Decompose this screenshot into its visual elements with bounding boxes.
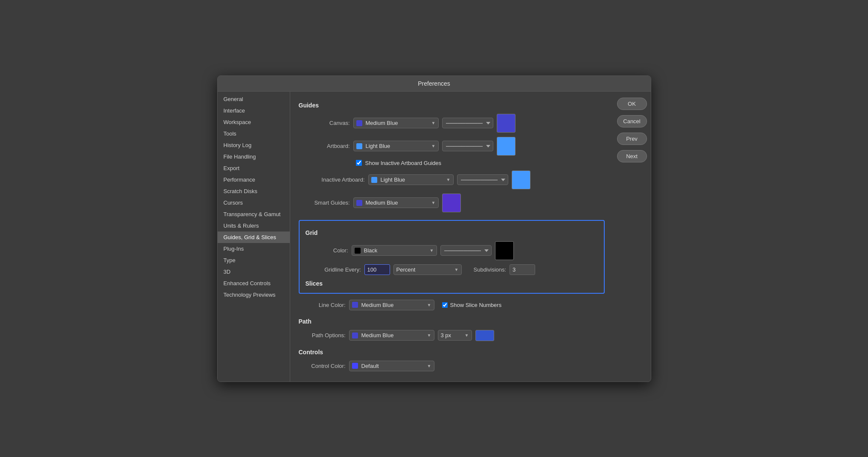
- controls-section: Controls Control Color: Default Medium B…: [299, 349, 605, 371]
- smart-swatch-button[interactable]: [442, 194, 461, 212]
- grid-opacity-select[interactable]: ──────────────: [440, 245, 492, 256]
- dialog-title: Preferences: [418, 80, 450, 87]
- gridline-row: Gridline Every: Percent Pixels Inches ▼ …: [306, 264, 598, 275]
- dialog-body: GeneralInterfaceWorkspaceToolsHistory Lo…: [218, 92, 651, 382]
- path-size-chevron-icon: ▼: [465, 333, 469, 338]
- artboard-label: Artboard:: [299, 143, 350, 149]
- line-color-dropdown[interactable]: Medium Blue Light Blue Black ▼: [349, 300, 434, 310]
- smart-color-select[interactable]: Medium Blue Light Blue Black: [366, 200, 405, 206]
- sidebar-item-enhanced-controls[interactable]: Enhanced Controls: [218, 278, 290, 289]
- line-color-dot: [352, 302, 358, 308]
- sidebar-item-tools[interactable]: Tools: [218, 128, 290, 139]
- sidebar-item-scratch-disks[interactable]: Scratch Disks: [218, 185, 290, 197]
- canvas-color-dropdown[interactable]: Medium Blue Light Blue Black Custom ▼: [353, 118, 439, 128]
- show-slice-numbers-checkbox[interactable]: [442, 302, 448, 308]
- sidebar-item-cursors[interactable]: Cursors: [218, 197, 290, 208]
- grid-chevron-icon: ▼: [430, 248, 434, 253]
- gridline-unit-select[interactable]: Percent Pixels Inches: [396, 266, 456, 273]
- sidebar-item-history-log[interactable]: History Log: [218, 139, 290, 151]
- inactive-chevron-icon: ▼: [446, 177, 451, 182]
- canvas-color-dot: [356, 120, 362, 126]
- sidebar-item-interface[interactable]: Interface: [218, 105, 290, 116]
- grid-swatch-button[interactable]: [495, 241, 514, 260]
- sidebar-item-export[interactable]: Export: [218, 162, 290, 174]
- artboard-color-dropdown[interactable]: Light Blue Medium Blue Black ▼: [353, 141, 439, 151]
- line-color-chevron-icon: ▼: [427, 303, 431, 307]
- smart-color-dot: [356, 200, 362, 206]
- control-color-select[interactable]: Default Medium Blue Light Blue: [361, 363, 401, 369]
- path-section: Path Path Options: Medium Blue Light Blu…: [299, 318, 605, 341]
- artboard-color-select[interactable]: Light Blue Medium Blue Black: [366, 143, 405, 149]
- path-size-select[interactable]: 3 px 1 px 2 px: [441, 332, 458, 338]
- controls-header: Controls: [299, 349, 605, 356]
- sidebar-item-technology-previews[interactable]: Technology Previews: [218, 289, 290, 301]
- control-color-dropdown[interactable]: Default Medium Blue Light Blue ▼: [349, 361, 434, 371]
- prev-button[interactable]: Prev: [617, 133, 647, 145]
- canvas-swatch-button[interactable]: [497, 114, 516, 133]
- artboard-color-dot: [356, 143, 362, 149]
- smart-guides-dropdown[interactable]: Medium Blue Light Blue Black ▼: [353, 197, 439, 208]
- show-slice-numbers-row: Show Slice Numbers: [442, 302, 502, 308]
- next-button[interactable]: Next: [617, 150, 647, 162]
- path-color-dropdown[interactable]: Medium Blue Light Blue Black ▼: [349, 330, 434, 341]
- path-chevron-icon: ▼: [427, 333, 431, 338]
- ok-button[interactable]: OK: [617, 98, 647, 110]
- inactive-color-dropdown[interactable]: Light Blue Medium Blue Black ▼: [368, 174, 454, 185]
- canvas-color-select[interactable]: Medium Blue Light Blue Black Custom: [366, 120, 405, 126]
- smart-chevron-icon: ▼: [431, 200, 436, 205]
- canvas-label: Canvas:: [299, 120, 350, 126]
- canvas-chevron-icon: ▼: [431, 121, 436, 125]
- inactive-opacity-select[interactable]: ──────────────: [457, 174, 508, 185]
- sidebar: GeneralInterfaceWorkspaceToolsHistory Lo…: [218, 92, 290, 382]
- path-size-dropdown[interactable]: 3 px 1 px 2 px ▼: [438, 330, 472, 341]
- grid-color-dot: [355, 248, 361, 254]
- inactive-color-select[interactable]: Light Blue Medium Blue Black: [381, 176, 420, 183]
- canvas-opacity-select[interactable]: ──────────────: [442, 118, 493, 128]
- grid-color-dropdown[interactable]: Black Medium Blue Light Blue ▼: [352, 245, 437, 256]
- control-color-dot: [352, 363, 358, 369]
- slices-header: Slices: [306, 280, 598, 287]
- sidebar-item-plug-ins[interactable]: Plug-Ins: [218, 243, 290, 255]
- show-inactive-checkbox[interactable]: [356, 160, 362, 166]
- grid-section-highlighted: Grid Color: Black Medium Blue Light Blue…: [299, 220, 605, 294]
- sidebar-item-performance[interactable]: Performance: [218, 174, 290, 185]
- inactive-color-dot: [371, 177, 377, 183]
- control-color-row: Control Color: Default Medium Blue Light…: [299, 361, 605, 371]
- sidebar-item-transparency-gamut[interactable]: Transparency & Gamut: [218, 208, 290, 220]
- gridline-label: Gridline Every:: [306, 266, 361, 273]
- sidebar-item-3d[interactable]: 3D: [218, 266, 290, 278]
- smart-guides-label: Smart Guides:: [299, 200, 350, 206]
- show-inactive-label: Show Inactive Artboard Guides: [365, 160, 442, 166]
- path-options-label: Path Options:: [299, 332, 346, 338]
- line-color-select[interactable]: Medium Blue Light Blue Black: [361, 302, 401, 308]
- gridline-unit-dropdown[interactable]: Percent Pixels Inches ▼: [393, 264, 462, 275]
- path-color-select[interactable]: Medium Blue Light Blue Black: [361, 332, 401, 338]
- sidebar-item-type[interactable]: Type: [218, 255, 290, 266]
- path-options-row: Path Options: Medium Blue Light Blue Bla…: [299, 330, 605, 341]
- control-chevron-icon: ▼: [427, 364, 431, 368]
- show-slice-numbers-label: Show Slice Numbers: [450, 302, 502, 308]
- artboard-chevron-icon: ▼: [431, 144, 436, 148]
- sidebar-item-workspace[interactable]: Workspace: [218, 116, 290, 128]
- sidebar-item-general[interactable]: General: [218, 93, 290, 105]
- grid-color-row: Color: Black Medium Blue Light Blue ▼ ──…: [306, 241, 598, 260]
- cancel-button[interactable]: Cancel: [617, 115, 647, 127]
- sidebar-item-guides-grid-slices[interactable]: Guides, Grid & Slices: [218, 231, 290, 243]
- grid-color-select[interactable]: Black Medium Blue Light Blue: [364, 247, 403, 254]
- inactive-swatch-button[interactable]: [512, 171, 530, 189]
- path-header: Path: [299, 318, 605, 325]
- guides-header: Guides: [299, 102, 605, 109]
- artboard-opacity-select[interactable]: ──────────────: [442, 141, 493, 151]
- path-swatch-button[interactable]: [475, 330, 494, 341]
- guides-section: Guides Canvas: Medium Blue Light Blue Bl…: [299, 102, 605, 212]
- subdivisions-label: Subdivisions:: [474, 266, 507, 273]
- sidebar-item-file-handling[interactable]: File Handling: [218, 151, 290, 162]
- artboard-swatch-button[interactable]: [497, 137, 516, 156]
- sidebar-item-units-rulers[interactable]: Units & Rulers: [218, 220, 290, 231]
- subdivisions-input[interactable]: [510, 264, 535, 275]
- preferences-dialog: Preferences GeneralInterfaceWorkspaceToo…: [217, 75, 651, 382]
- gridline-input[interactable]: [364, 264, 390, 275]
- artboard-row: Artboard: Light Blue Medium Blue Black ▼…: [299, 137, 605, 156]
- show-inactive-row: Show Inactive Artboard Guides: [356, 160, 605, 166]
- main-content: Guides Canvas: Medium Blue Light Blue Bl…: [290, 92, 613, 382]
